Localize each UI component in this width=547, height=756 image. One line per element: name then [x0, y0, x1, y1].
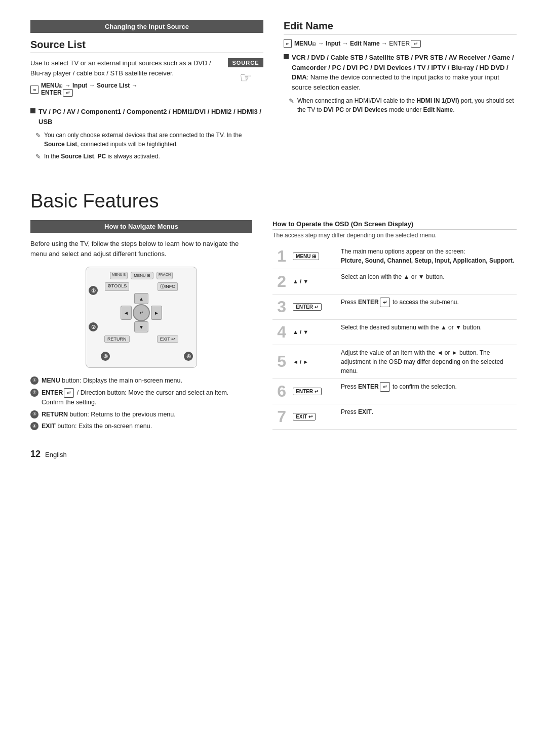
osd-num-1: 1 — [272, 244, 291, 269]
source-badge: SOURCE — [228, 58, 263, 67]
section-header-bar-input: Changing the Input Source — [30, 20, 263, 33]
enter-badge-2: ↵ — [411, 40, 421, 48]
dpad-right: ► — [151, 306, 162, 320]
callout-item-4: ④ EXIT button: Exits the on-screen menu. — [30, 422, 252, 431]
source-list-text: Use to select TV or an external input so… — [30, 58, 223, 102]
edit-name-bullets: VCR / DVD / Cable STB / Satellite STB / … — [284, 53, 517, 114]
osd-row-4: 4 ▲ / ▼ Select the desired submenu with … — [272, 320, 517, 345]
note-text-2: In the Source List, PC is always activat… — [44, 152, 160, 162]
remote-mid-buttons: ⚙TOOLS ⓘINFO — [91, 282, 192, 291]
dpad-down: ▼ — [134, 321, 148, 332]
osd-key-badge-enter2: ENTER ↵ — [293, 388, 322, 395]
remote-diagram-container: MENU B MENU ⊞ FAV.CH ⚙TOOLS ⓘINFO — [86, 267, 197, 368]
osd-key-2: ▲ / ▼ — [291, 269, 339, 294]
menu-b-btn: MENU B — [110, 272, 128, 279]
osd-key-6: ENTER ↵ — [291, 379, 339, 404]
menu-btn: MENU ⊞ — [131, 272, 153, 279]
return-btn: RETURN — [104, 335, 130, 343]
dpad-center-enter: ↵ — [133, 304, 150, 321]
source-list-path-text: MENU⊞ → Input → Source List → ENTER↵ — [41, 82, 138, 97]
page-lang-text: English — [45, 451, 67, 458]
edit-name-title: Edit Name — [284, 20, 517, 34]
osd-row-6: 6 ENTER ↵ Press ENTER↵ to confirm the se… — [272, 379, 517, 404]
osd-subtitle: The access step may differ depending on … — [272, 232, 517, 239]
note-item-1: ✎ You can only choose external devices t… — [30, 131, 263, 149]
enter-badge-3: ↵ — [380, 298, 390, 307]
bullet-item-vcr: VCR / DVD / Cable STB / Satellite STB / … — [284, 53, 517, 92]
osd-row-7: 7 EXIT ↩ Press EXIT. — [272, 404, 517, 430]
features-right: How to Operate the OSD (On Screen Displa… — [272, 220, 517, 434]
edit-name-note-text-1: When connecting an HDMI/DVI cable to the… — [297, 96, 517, 114]
note-text-1: You can only choose external devices tha… — [44, 131, 263, 149]
dpad-up: ▲ — [134, 293, 148, 304]
osd-row-2: 2 ▲ / ▼ Select an icon with the ▲ or ▼ b… — [272, 269, 517, 295]
osd-key-badge-menu: MENU ⊞ — [293, 253, 319, 260]
edit-name-note-1: ✎ When connecting an HDMI/DVI cable to t… — [284, 96, 517, 114]
callout-desc-2: ENTER↵ / Direction button: Move the curs… — [42, 388, 252, 407]
page: Changing the Input Source Source List Us… — [0, 0, 547, 756]
bullet-square-2 — [284, 54, 289, 59]
osd-key-badge-arrows2: ▲ / ▼ — [293, 329, 308, 335]
callout-num-4: ④ — [30, 422, 38, 430]
osd-num-6: 6 — [272, 379, 291, 404]
callout-desc-1: MENU button: Displays the main on-screen… — [42, 376, 182, 386]
source-button-area: SOURCE ☞ — [228, 58, 263, 102]
features-content: How to Navigate Menus Before using the T… — [30, 220, 517, 434]
osd-key-7: EXIT ↩ — [291, 404, 339, 429]
enter-badge-6: ↵ — [380, 382, 390, 392]
osd-desc-5: Adjust the value of an item with the ◄ o… — [339, 345, 517, 379]
osd-desc-6: Press ENTER↵ to confirm the selection. — [339, 379, 517, 404]
source-list-bullets: TV / PC / AV / Component1 / Component2 /… — [30, 107, 263, 162]
osd-key-badge-enter1: ENTER ↵ — [293, 303, 322, 311]
osd-table: 1 MENU ⊞ The main menu options appear on… — [272, 244, 517, 430]
dpad-down-row: ▼ — [134, 321, 148, 332]
osd-num-4: 4 — [272, 320, 291, 345]
bullet-text-vcr: VCR / DVD / Cable STB / Satellite STB / … — [292, 53, 517, 92]
menu-icon: m — [30, 86, 38, 94]
bullet-item-tv: TV / PC / AV / Component1 / Component2 /… — [30, 107, 263, 127]
osd-desc-3: Press ENTER↵ to access the sub-menu. — [339, 295, 517, 319]
basic-features-title: Basic Features — [30, 190, 517, 212]
osd-row-5: 5 ◄ / ► Adjust the value of an item with… — [272, 345, 517, 379]
page-num-text: 12 — [30, 449, 41, 459]
source-list-menu-path: m MENU⊞ → Input → Source List → ENTER↵ — [30, 82, 223, 97]
callout-item-1: ① MENU button: Displays the main on-scre… — [30, 376, 252, 386]
left-column: Changing the Input Source Source List Us… — [30, 20, 263, 165]
edit-name-menu-path: m MENU⊞ → Input → Edit Name → ENTER↵ — [284, 39, 517, 48]
tools-btn: ⚙TOOLS — [105, 282, 129, 291]
callout-desc-3: RETURN button: Returns to the previous m… — [42, 410, 176, 419]
edit-name-path-text: MENU⊞ → Input → Edit Name → ENTER↵ — [294, 40, 422, 48]
osd-key-badge-exit: EXIT ↩ — [293, 413, 316, 421]
osd-key-badge-arrows3: ◄ / ► — [293, 359, 308, 365]
osd-key-5: ◄ / ► — [291, 345, 339, 379]
callout-item-3: ③ RETURN button: Returns to the previous… — [30, 410, 252, 419]
osd-num-7: 7 — [272, 404, 291, 429]
osd-num-3: 3 — [272, 295, 291, 319]
source-list-content: Use to select TV or an external input so… — [30, 58, 263, 102]
note-icon-2: ✎ — [35, 152, 41, 162]
callout-num-1: ① — [30, 376, 38, 385]
callout-item-2: ② ENTER↵ / Direction button: Move the cu… — [30, 388, 252, 407]
osd-row-1: 1 MENU ⊞ The main menu options appear on… — [272, 244, 517, 269]
remote-bottom-buttons: RETURN EXIT ↩ — [91, 335, 192, 343]
callout-num-2: ② — [30, 389, 38, 397]
edit-name-menu-icon: m — [284, 39, 292, 48]
fav-ch-btn: FAV.CH — [157, 272, 173, 279]
osd-desc-1-bold: Picture, Sound, Channel, Setup, Input, A… — [341, 257, 514, 264]
osd-key-4: ▲ / ▼ — [291, 320, 339, 345]
enter-badge-callout: ↵ — [64, 388, 74, 398]
features-left: How to Navigate Menus Before using the T… — [30, 220, 252, 434]
right-column: Edit Name m MENU⊞ → Input → Edit Name → … — [284, 20, 517, 165]
osd-key-3: ENTER ↵ — [291, 295, 339, 319]
source-list-desc: Use to select TV or an external input so… — [30, 58, 223, 78]
note-item-2: ✎ In the Source List, PC is always activ… — [30, 152, 263, 162]
enter-badge-1: ↵ — [63, 89, 73, 97]
remote-top-buttons: MENU B MENU ⊞ FAV.CH — [91, 272, 192, 279]
exit-btn-remote: EXIT ↩ — [157, 335, 178, 343]
osd-desc-7: Press EXIT. — [339, 404, 517, 429]
source-hand-icon: ☞ — [240, 69, 252, 86]
note-icon-1: ✎ — [35, 131, 41, 149]
osd-desc-1: The main menu options appear on the scre… — [339, 244, 517, 269]
dpad: ▲ ◄ ↵ ► ▼ — [116, 293, 167, 332]
osd-num-5: 5 — [272, 345, 291, 379]
